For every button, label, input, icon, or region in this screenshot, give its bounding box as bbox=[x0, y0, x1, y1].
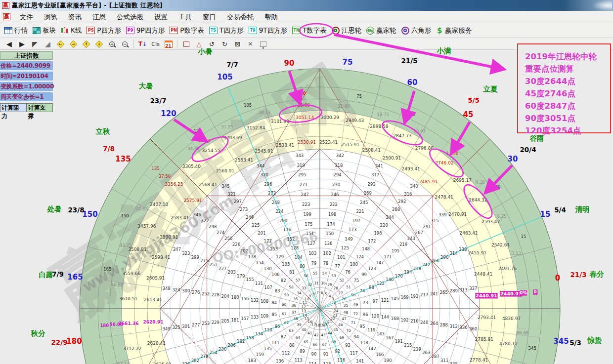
svg-text:178: 178 bbox=[248, 254, 256, 259]
svg-text:206: 206 bbox=[228, 343, 236, 348]
svg-text:45: 45 bbox=[334, 327, 339, 332]
svg-text:199: 199 bbox=[304, 212, 311, 217]
svg-text:128: 128 bbox=[291, 245, 299, 250]
svg-text:2560.91: 2560.91 bbox=[216, 168, 234, 173]
calc-support-button[interactable]: 计算支撑 bbox=[27, 103, 53, 112]
svg-text:301: 301 bbox=[182, 324, 190, 329]
svg-text:335: 335 bbox=[450, 362, 458, 364]
svg-text:29: 29 bbox=[328, 283, 333, 287]
svg-text:74: 74 bbox=[359, 288, 365, 293]
svg-text:2545.91: 2545.91 bbox=[255, 149, 273, 154]
svg-text:325: 325 bbox=[172, 325, 180, 330]
step-row: 周天变化步长=1 bbox=[0, 92, 53, 101]
svg-text:5/4: 5/4 bbox=[554, 206, 566, 214]
svg-text:88: 88 bbox=[289, 343, 295, 348]
svg-text:240: 240 bbox=[420, 320, 428, 325]
svg-text:176: 176 bbox=[283, 227, 291, 232]
svg-text:2530.91: 2530.91 bbox=[298, 140, 316, 145]
svg-text:18.75: 18.75 bbox=[377, 112, 389, 117]
svg-text:193: 193 bbox=[410, 294, 418, 299]
svg-text:7: 7 bbox=[316, 290, 319, 295]
svg-text:2455.91: 2455.91 bbox=[468, 250, 486, 255]
svg-text:340: 340 bbox=[410, 184, 418, 189]
svg-text:2847.73: 2847.73 bbox=[393, 133, 411, 138]
svg-text:130: 130 bbox=[263, 266, 271, 271]
svg-text:115: 115 bbox=[323, 362, 331, 364]
svg-text:180: 180 bbox=[231, 295, 239, 300]
svg-text:96: 96 bbox=[363, 312, 368, 317]
svg-text:121: 121 bbox=[381, 298, 389, 303]
svg-text:289: 289 bbox=[450, 288, 458, 293]
svg-text:302: 302 bbox=[191, 358, 199, 363]
svg-text:134: 134 bbox=[255, 331, 263, 336]
svg-text:192: 192 bbox=[400, 318, 408, 323]
svg-text:3.13: 3.13 bbox=[512, 251, 521, 256]
svg-text:30: 30 bbox=[508, 155, 518, 163]
svg-text:77: 77 bbox=[335, 264, 340, 269]
svg-text:135: 135 bbox=[115, 155, 131, 163]
svg-text:348: 348 bbox=[163, 286, 171, 291]
svg-text:3559.66: 3559.66 bbox=[122, 271, 140, 276]
annotation-line: 2019年江恩轮中轮 bbox=[525, 50, 610, 63]
svg-text:243: 243 bbox=[407, 236, 415, 241]
svg-text:2538.41: 2538.41 bbox=[276, 143, 294, 148]
svg-text:62: 62 bbox=[284, 321, 289, 325]
svg-text:173: 173 bbox=[349, 227, 356, 232]
svg-text:小满: 小满 bbox=[437, 47, 452, 55]
svg-text:2485.91: 2485.91 bbox=[419, 179, 438, 184]
svg-text:277: 277 bbox=[192, 323, 200, 327]
svg-text:4: 4 bbox=[329, 294, 331, 298]
svg-text:31: 31 bbox=[314, 281, 319, 285]
svg-text:341: 341 bbox=[375, 163, 383, 168]
svg-text:3101.99: 3101.99 bbox=[271, 119, 289, 124]
svg-text:197: 197 bbox=[352, 218, 360, 223]
svg-text:96.88: 96.88 bbox=[517, 330, 528, 335]
annotation-box: 2019年江恩轮中轮 重要点位测算 30度2644点 45度2746点 60度2… bbox=[517, 43, 611, 133]
svg-text:40.63: 40.63 bbox=[136, 206, 148, 211]
svg-text:102: 102 bbox=[323, 251, 331, 256]
annotation-line: 30度2644点 bbox=[525, 75, 610, 87]
svg-text:20/4: 20/4 bbox=[520, 146, 536, 154]
svg-text:44: 44 bbox=[328, 331, 333, 335]
conversion-factor-row: 变换系数=1.00000 bbox=[0, 82, 53, 91]
svg-text:220: 220 bbox=[380, 223, 388, 228]
svg-text:46: 46 bbox=[338, 323, 343, 327]
svg-text:2695.17: 2695.17 bbox=[453, 178, 472, 183]
svg-text:2568.41: 2568.41 bbox=[199, 182, 217, 187]
svg-text:83: 83 bbox=[275, 288, 280, 293]
calc-resistance-button[interactable]: 计算阻力 bbox=[0, 103, 27, 112]
svg-text:2515.91: 2515.91 bbox=[341, 142, 359, 147]
svg-text:153: 153 bbox=[270, 246, 278, 251]
svg-text:123: 123 bbox=[368, 266, 376, 271]
svg-text:76: 76 bbox=[345, 270, 350, 275]
svg-text:169: 169 bbox=[400, 295, 408, 300]
svg-text:291: 291 bbox=[423, 224, 431, 229]
svg-text:336: 336 bbox=[459, 325, 467, 330]
svg-text:78: 78 bbox=[323, 261, 329, 266]
svg-text:2613.41: 2613.41 bbox=[144, 297, 162, 302]
svg-text:126: 126 bbox=[324, 241, 332, 246]
svg-text:295: 295 bbox=[298, 172, 306, 177]
svg-text:312: 312 bbox=[450, 324, 458, 329]
svg-text:0: 0 bbox=[534, 289, 537, 294]
svg-text:180: 180 bbox=[100, 323, 109, 328]
svg-text:5/3: 5/3 bbox=[569, 339, 581, 347]
svg-text:146: 146 bbox=[386, 277, 394, 282]
svg-text:290: 290 bbox=[440, 255, 448, 260]
svg-text:165: 165 bbox=[67, 273, 83, 282]
svg-text:314: 314 bbox=[450, 251, 458, 256]
svg-text:271: 271 bbox=[300, 182, 307, 187]
svg-text:254: 254 bbox=[210, 350, 218, 355]
svg-text:360: 360 bbox=[469, 326, 477, 331]
svg-text:2493.41: 2493.41 bbox=[401, 166, 420, 171]
price-row: 价格=2440.9099 bbox=[0, 61, 53, 70]
svg-text:61: 61 bbox=[282, 312, 287, 316]
svg-text:4780.12: 4780.12 bbox=[499, 341, 518, 346]
svg-text:15: 15 bbox=[540, 210, 551, 219]
svg-text:270: 270 bbox=[332, 182, 340, 187]
svg-text:150: 150 bbox=[326, 231, 334, 236]
svg-text:168: 168 bbox=[391, 316, 399, 321]
svg-text:221: 221 bbox=[356, 209, 364, 214]
svg-text:337: 337 bbox=[469, 286, 477, 291]
svg-text:36: 36 bbox=[292, 303, 297, 308]
